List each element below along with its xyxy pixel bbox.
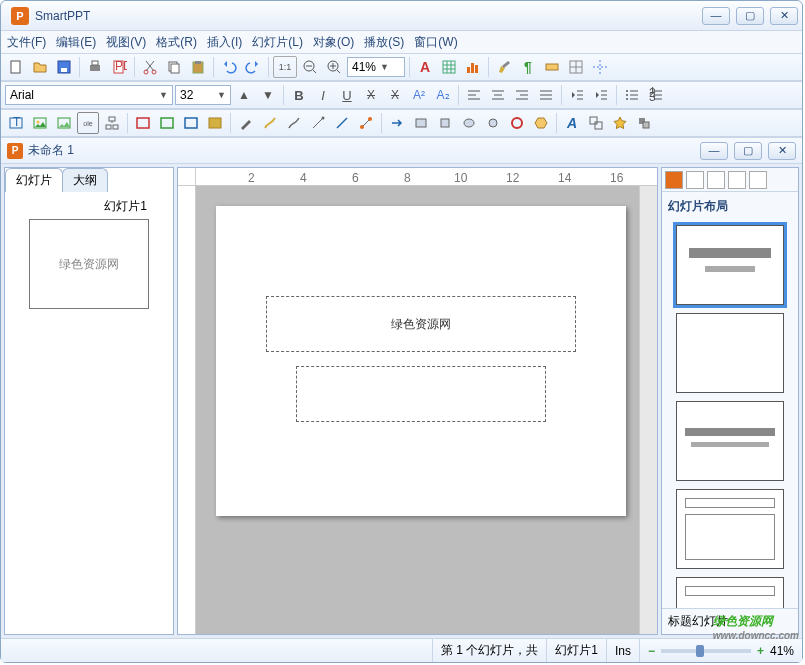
pen4-button[interactable] (307, 112, 329, 134)
layout-blank[interactable] (676, 313, 784, 393)
grid-button[interactable] (565, 56, 587, 78)
pane-tab-3[interactable] (707, 171, 725, 189)
size-down-button[interactable]: ▼ (257, 84, 279, 106)
hex-button[interactable] (530, 112, 552, 134)
tab-slides[interactable]: 幻灯片 (5, 168, 63, 192)
undo-button[interactable] (218, 56, 240, 78)
layout-two-content[interactable] (676, 577, 784, 608)
align-left-button[interactable] (463, 84, 485, 106)
pane-tab-2[interactable] (686, 171, 704, 189)
zoomout-button[interactable] (299, 56, 321, 78)
align-justify-button[interactable] (535, 84, 557, 106)
layout-content[interactable] (676, 489, 784, 569)
menu-slide[interactable]: 幻灯片(L) (252, 34, 303, 51)
menu-object[interactable]: 对象(O) (313, 34, 354, 51)
italic-button[interactable]: I (312, 84, 334, 106)
strike1-button[interactable]: X (360, 84, 382, 106)
pane-tab-1[interactable] (665, 171, 683, 189)
zoom-plus-icon[interactable]: + (757, 644, 764, 658)
frame3-button[interactable] (180, 112, 202, 134)
fit-button[interactable]: 1:1 (273, 56, 297, 78)
tab-outline[interactable]: 大纲 (62, 168, 108, 192)
arrange-button[interactable] (633, 112, 655, 134)
strike2-button[interactable]: X (384, 84, 406, 106)
menu-window[interactable]: 窗口(W) (414, 34, 457, 51)
brush-button[interactable] (493, 56, 515, 78)
doc-close-button[interactable]: ✕ (768, 142, 796, 160)
slide-canvas[interactable]: 绿色资源网 (196, 186, 639, 634)
slide-thumbnail[interactable]: 绿色资源网 (29, 219, 149, 309)
flowchart-button[interactable] (101, 112, 123, 134)
menu-edit[interactable]: 编辑(E) (56, 34, 96, 51)
fontsize-combo[interactable]: 32▼ (175, 85, 231, 105)
menu-file[interactable]: 文件(F) (7, 34, 46, 51)
ole-button[interactable]: ole (77, 112, 99, 134)
copy-button[interactable] (163, 56, 185, 78)
subtitle-placeholder[interactable] (296, 366, 546, 422)
close-button[interactable]: ✕ (770, 7, 798, 25)
size-up-button[interactable]: ▲ (233, 84, 255, 106)
pane-tab-5[interactable] (749, 171, 767, 189)
frame4-button[interactable] (204, 112, 226, 134)
outdent-button[interactable] (566, 84, 588, 106)
layout-title-slide[interactable] (676, 225, 784, 305)
arrow-button[interactable] (386, 112, 408, 134)
menu-format[interactable]: 格式(R) (156, 34, 197, 51)
connector-button[interactable] (355, 112, 377, 134)
indent-button[interactable] (590, 84, 612, 106)
redo-button[interactable] (242, 56, 264, 78)
title-placeholder[interactable]: 绿色资源网 (266, 296, 576, 352)
group-button[interactable] (585, 112, 607, 134)
picture2-button[interactable] (53, 112, 75, 134)
paste-button[interactable] (187, 56, 209, 78)
symbol-button[interactable]: ¶ (517, 56, 539, 78)
doc-minimize-button[interactable]: — (700, 142, 728, 160)
bold-button[interactable]: B (288, 84, 310, 106)
textbox-button[interactable]: T (5, 112, 27, 134)
frame1-button[interactable] (132, 112, 154, 134)
wordart-button[interactable]: A (561, 112, 583, 134)
new-button[interactable] (5, 56, 27, 78)
circle-button[interactable] (482, 112, 504, 134)
zoomin-button[interactable] (323, 56, 345, 78)
horizontal-ruler[interactable]: 2 4 6 8 10 12 14 16 (196, 168, 657, 186)
font-combo[interactable]: Arial▼ (5, 85, 173, 105)
square-shape-button[interactable] (434, 112, 456, 134)
line-button[interactable] (331, 112, 353, 134)
cut-button[interactable] (139, 56, 161, 78)
pen1-button[interactable] (235, 112, 257, 134)
pane-tab-4[interactable] (728, 171, 746, 189)
align-right-button[interactable] (511, 84, 533, 106)
star-button[interactable] (609, 112, 631, 134)
underline-button[interactable]: U (336, 84, 358, 106)
menu-play[interactable]: 播放(S) (364, 34, 404, 51)
open-button[interactable] (29, 56, 51, 78)
superscript-button[interactable]: A² (408, 84, 430, 106)
minimize-button[interactable]: — (702, 7, 730, 25)
guides-button[interactable] (589, 56, 611, 78)
print-button[interactable] (84, 56, 106, 78)
zoom-minus-icon[interactable]: − (648, 644, 655, 658)
zoom-combo[interactable]: 41%▼ (347, 57, 405, 77)
table-button[interactable] (438, 56, 460, 78)
ruler-button[interactable] (541, 56, 563, 78)
pen2-button[interactable] (259, 112, 281, 134)
font-color-button[interactable]: A (414, 56, 436, 78)
menu-insert[interactable]: 插入(I) (207, 34, 242, 51)
slide[interactable]: 绿色资源网 (216, 206, 626, 516)
chart-button[interactable] (462, 56, 484, 78)
picture-button[interactable] (29, 112, 51, 134)
pen3-button[interactable] (283, 112, 305, 134)
layout-title-content[interactable] (676, 401, 784, 481)
rect-shape-button[interactable] (410, 112, 432, 134)
bullet-list-button[interactable] (621, 84, 643, 106)
vertical-scrollbar[interactable] (639, 186, 657, 634)
ellipse-button[interactable] (458, 112, 480, 134)
menu-view[interactable]: 视图(V) (106, 34, 146, 51)
frame2-button[interactable] (156, 112, 178, 134)
pdf-button[interactable]: PDF (108, 56, 130, 78)
ring-button[interactable] (506, 112, 528, 134)
vertical-ruler[interactable] (178, 186, 196, 634)
zoom-slider[interactable] (661, 649, 751, 653)
number-list-button[interactable]: 123 (645, 84, 667, 106)
